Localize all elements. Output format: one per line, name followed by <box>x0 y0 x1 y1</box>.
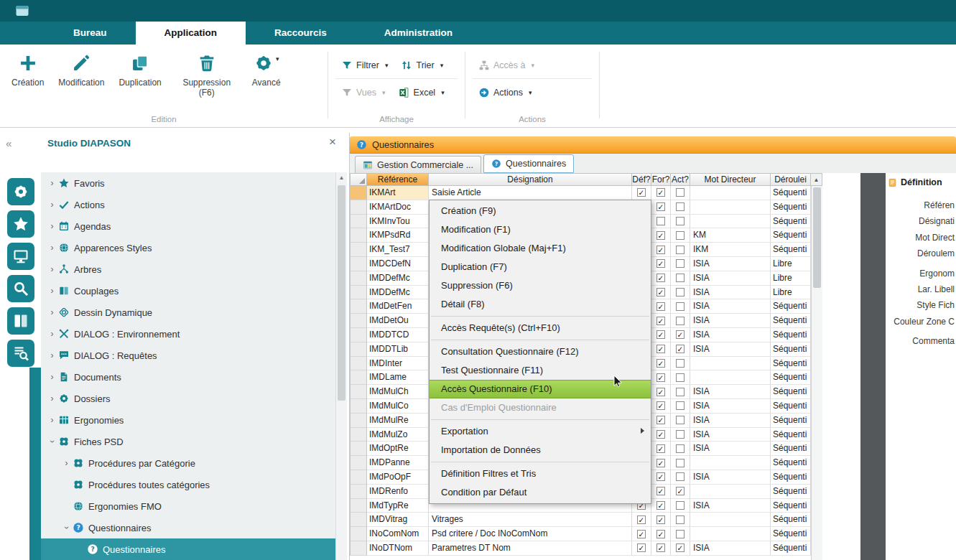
close-icon[interactable]: × <box>329 135 336 149</box>
cell-act-checkbox[interactable] <box>671 314 690 328</box>
cell-for-checkbox[interactable] <box>651 370 671 385</box>
cell-for-checkbox[interactable] <box>651 541 671 556</box>
expander-icon[interactable]: › <box>46 393 58 403</box>
cell-def-checkbox[interactable] <box>632 513 651 527</box>
menu-item-cr-ation-f9[interactable]: Création (F9) <box>430 202 651 220</box>
checkbox[interactable] <box>656 246 665 254</box>
checkbox[interactable] <box>656 501 665 510</box>
cell-for-checkbox[interactable] <box>651 428 671 442</box>
cell-act-checkbox[interactable] <box>671 541 690 556</box>
expander-icon[interactable]: › <box>46 178 58 188</box>
cell-act-checkbox[interactable] <box>671 370 690 385</box>
menu-item-duplication-f7[interactable]: Duplication (F7) <box>430 258 651 276</box>
sidebar-item-dialog-environnement[interactable]: ›DIALOG : Environnement <box>41 323 335 345</box>
cell-act-checkbox[interactable] <box>671 215 690 229</box>
expander-icon[interactable]: › <box>46 329 58 339</box>
panel-splitter[interactable] <box>860 173 886 560</box>
expander-icon[interactable]: › <box>46 221 58 231</box>
expander-icon[interactable]: › <box>47 436 57 448</box>
cell-for-checkbox[interactable] <box>651 328 671 342</box>
sidebar-item-questionnaires[interactable]: ?Questionnaires <box>41 538 335 560</box>
checkbox[interactable] <box>656 416 665 424</box>
collapse-panel-icon[interactable]: « <box>6 137 11 149</box>
menu-item-consultation-questionnaire-f12[interactable]: Consultation Questionnaire (F12) <box>430 342 651 361</box>
sidebar-item-dialog-requ-tes[interactable]: ›DIALOG : Requêtes <box>41 345 335 366</box>
cell-for-checkbox[interactable] <box>651 527 671 541</box>
filtrer-button[interactable]: Filtrer ▾ <box>341 60 388 71</box>
cell-act-checkbox[interactable] <box>671 485 690 499</box>
checkbox[interactable] <box>676 430 684 439</box>
avance-button[interactable]: ▾ Avancé <box>245 53 288 98</box>
checkbox[interactable] <box>656 274 665 282</box>
excel-button[interactable]: Excel ▾ <box>399 87 445 98</box>
cell-for-checkbox[interactable] <box>651 342 671 357</box>
dock-star-button[interactable] <box>7 210 34 238</box>
checkbox[interactable] <box>656 259 665 268</box>
cell-def-checkbox[interactable] <box>632 186 651 200</box>
checkbox[interactable] <box>656 373 665 382</box>
checkbox[interactable] <box>676 444 684 453</box>
grid-corner-cell[interactable] <box>350 173 367 186</box>
checkbox[interactable] <box>676 330 684 339</box>
checkbox[interactable] <box>656 188 665 197</box>
cell-act-checkbox[interactable] <box>671 527 690 541</box>
checkbox[interactable] <box>637 188 646 197</box>
ribbon-tab-administration[interactable]: Administration <box>356 22 481 45</box>
dock-columns-button[interactable] <box>7 307 34 335</box>
checkbox[interactable] <box>656 330 665 339</box>
checkbox[interactable] <box>676 543 684 552</box>
cell-act-checkbox[interactable] <box>671 456 690 470</box>
checkbox[interactable] <box>676 317 684 325</box>
checkbox[interactable] <box>676 472 684 481</box>
tab-gestion-commerciale[interactable]: Gestion Commerciale ... <box>355 156 481 173</box>
cell-act-checkbox[interactable] <box>671 186 690 200</box>
creation-button[interactable]: Création <box>4 53 51 98</box>
sidebar-item-couplages[interactable]: ›Couplages <box>41 280 335 302</box>
sidebar-item-arbres[interactable]: ›Arbres <box>41 258 335 280</box>
expander-icon[interactable]: › <box>62 522 72 534</box>
checkbox[interactable] <box>676 188 684 197</box>
trier-button[interactable]: Trier ▾ <box>401 60 443 71</box>
checkbox[interactable] <box>637 515 646 524</box>
menu-item-modification-globale-maj-f1[interactable]: Modification Globale (Maj+F1) <box>430 239 651 258</box>
cell-for-checkbox[interactable] <box>651 186 671 200</box>
sidebar-item-questionnaires[interactable]: ›?Questionnaires <box>41 517 335 538</box>
checkbox[interactable] <box>656 530 665 538</box>
expander-icon[interactable]: › <box>60 458 73 468</box>
cell-act-checkbox[interactable] <box>671 200 690 215</box>
cell-act-checkbox[interactable] <box>671 243 690 257</box>
cell-act-checkbox[interactable] <box>671 470 690 485</box>
menu-item-d-tail-f8[interactable]: Détail (F8) <box>430 295 651 314</box>
sidebar-item-favoris[interactable]: ›Favoris <box>41 172 335 194</box>
cell-act-checkbox[interactable] <box>671 385 690 399</box>
checkbox[interactable] <box>656 359 665 368</box>
checkbox[interactable] <box>656 288 665 297</box>
menu-item-exportation[interactable]: Exportation <box>430 422 651 441</box>
expander-icon[interactable]: › <box>46 264 58 274</box>
table-row[interactable]: IKMArtSaisie ArticleSéquenti <box>350 186 811 200</box>
sidebar-item-actions[interactable]: ›Actions <box>41 194 335 215</box>
checkbox[interactable] <box>656 401 665 410</box>
actions-button[interactable]: Actions ▾ <box>478 87 532 98</box>
cell-act-checkbox[interactable] <box>671 428 690 442</box>
checkbox[interactable] <box>676 530 684 538</box>
checkbox[interactable] <box>656 515 665 524</box>
sidebar-item-dossiers[interactable]: ›Dossiers <box>41 388 335 409</box>
checkbox[interactable] <box>676 459 684 467</box>
checkbox[interactable] <box>676 416 684 424</box>
cell-act-checkbox[interactable] <box>671 442 690 456</box>
cell-def-checkbox[interactable] <box>632 527 651 541</box>
checkbox[interactable] <box>676 202 684 211</box>
expander-icon[interactable]: › <box>46 200 58 210</box>
checkbox[interactable] <box>676 231 684 240</box>
ribbon-tab-bureau[interactable]: Bureau <box>45 22 136 45</box>
column-header-d-roulei[interactable]: Déroulei <box>771 173 811 186</box>
cell-act-checkbox[interactable] <box>671 286 690 300</box>
checkbox[interactable] <box>656 317 665 325</box>
menu-item-modification-f1[interactable]: Modification (F1) <box>430 220 651 239</box>
column-header-for[interactable]: For? <box>651 173 671 186</box>
scrollbar-thumb[interactable] <box>813 187 821 288</box>
checkbox[interactable] <box>676 359 684 368</box>
duplication-button[interactable]: Duplication <box>111 53 168 98</box>
checkbox[interactable] <box>656 487 665 495</box>
